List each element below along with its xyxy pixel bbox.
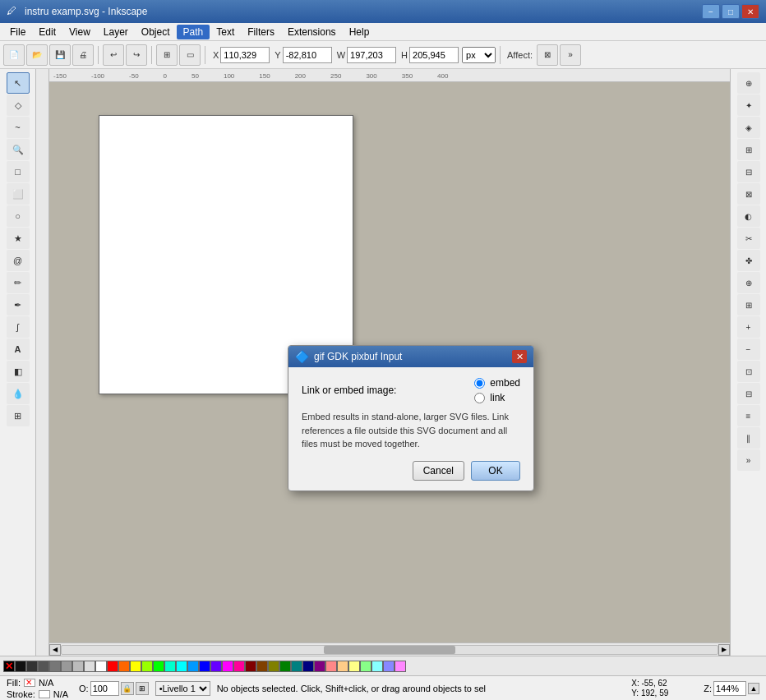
swatch-olive[interactable] (268, 661, 279, 672)
scroll-left-button[interactable]: ◀ (49, 644, 61, 656)
more-button[interactable]: » (560, 44, 581, 66)
right-btn-10[interactable]: ⊕ (737, 272, 760, 293)
swatch-red[interactable] (107, 661, 118, 672)
menu-view[interactable]: View (62, 25, 97, 39)
tool-rect[interactable]: □ (7, 161, 30, 182)
right-snap-btn-1[interactable]: ⊕ (737, 72, 760, 94)
horizontal-scrollbar[interactable]: ◀ ▶ (49, 642, 730, 656)
swatch-peach[interactable] (337, 661, 348, 672)
right-btn-17[interactable]: ∥ (737, 427, 760, 449)
swatch-navy[interactable] (302, 661, 314, 672)
zoom-fit-button[interactable]: ⊞ (156, 44, 178, 66)
right-snap-btn-6[interactable]: ⊠ (737, 183, 760, 205)
h-input[interactable] (409, 47, 459, 63)
right-btn-15[interactable]: ⊟ (737, 383, 760, 404)
swatch-violet[interactable] (210, 661, 222, 672)
swatch-cyan[interactable] (176, 661, 187, 672)
swatch-light-yellow[interactable] (348, 661, 360, 672)
swatch-orange[interactable] (118, 661, 130, 672)
swatch-magenta[interactable] (222, 661, 233, 672)
tool-zoom[interactable]: 🔍 (7, 139, 30, 160)
swatch-light-red[interactable] (325, 661, 337, 672)
swatch-pink[interactable] (233, 661, 245, 672)
swatch-silver[interactable] (72, 661, 84, 672)
redo-button[interactable]: ↪ (126, 44, 147, 66)
save-button[interactable]: 💾 (49, 44, 71, 66)
open-button[interactable]: 📂 (26, 44, 48, 66)
swatch-cyan-green[interactable] (164, 661, 176, 672)
zoom-up-button[interactable]: ▲ (748, 683, 759, 694)
swatch-gray1[interactable] (38, 661, 49, 672)
tool-3dbox[interactable]: ⬜ (7, 183, 30, 205)
swatch-gray2[interactable] (49, 661, 61, 672)
menu-layer[interactable]: Layer (97, 25, 135, 39)
menu-help[interactable]: Help (343, 25, 376, 39)
right-snap-btn-5[interactable]: ⊟ (737, 161, 760, 182)
scrollbar-thumb[interactable] (324, 646, 455, 654)
swatch-black[interactable] (15, 661, 26, 672)
swatch-yellow[interactable] (130, 661, 141, 672)
swatch-green[interactable] (153, 661, 164, 672)
new-button[interactable]: 📄 (3, 44, 25, 66)
stroke-swatch[interactable] (39, 690, 50, 698)
unit-select[interactable]: pxmmin (462, 47, 496, 63)
right-snap-btn-2[interactable]: ✦ (737, 94, 760, 116)
right-btn-9[interactable]: ✤ (737, 250, 760, 271)
tool-node[interactable]: ◇ (7, 94, 30, 116)
zoom-page-button[interactable]: ▭ (179, 44, 201, 66)
opacity-input[interactable] (90, 681, 119, 696)
menu-path[interactable]: Path (177, 25, 210, 39)
swatch-yellow-green[interactable] (141, 661, 153, 672)
zoom-input[interactable] (713, 681, 746, 696)
tool-spiral[interactable]: @ (7, 250, 30, 271)
menu-object[interactable]: Object (135, 25, 177, 39)
swatch-gray3[interactable] (61, 661, 72, 672)
tool-calligraphy[interactable]: ∫ (7, 316, 30, 338)
snap-toggle[interactable]: ⊞ (136, 682, 149, 695)
layer-select[interactable]: •Livello 1 (155, 681, 210, 696)
fill-swatch[interactable]: ✕ (24, 679, 35, 687)
menu-filters[interactable]: Filters (241, 25, 281, 39)
right-btn-8[interactable]: ✂ (737, 228, 760, 249)
swatch-dark-green[interactable] (279, 661, 291, 672)
swatch-sky-blue[interactable] (187, 661, 199, 672)
swatch-light-magenta[interactable] (395, 661, 406, 672)
embed-option[interactable]: embed (474, 377, 520, 389)
swatch-brown[interactable] (256, 661, 268, 672)
scroll-right-button[interactable]: ▶ (718, 644, 730, 656)
right-btn-14[interactable]: ⊡ (737, 361, 760, 382)
close-button[interactable]: ✕ (741, 4, 759, 19)
tool-tweak[interactable]: ~ (7, 117, 30, 138)
color-none[interactable]: ✕ (3, 661, 15, 672)
swatch-light-green[interactable] (360, 661, 371, 672)
w-input[interactable] (347, 47, 396, 63)
scrollbar-track[interactable] (61, 645, 718, 655)
affect-button[interactable]: ⊠ (537, 44, 558, 66)
y-input[interactable] (283, 47, 332, 63)
tool-dropper[interactable]: 💧 (7, 383, 30, 404)
right-snap-btn-3[interactable]: ◈ (737, 117, 760, 138)
ok-button[interactable]: OK (471, 461, 520, 481)
menu-file[interactable]: File (3, 25, 32, 39)
swatch-blue[interactable] (199, 661, 210, 672)
link-option[interactable]: link (474, 392, 520, 403)
tool-gradient[interactable]: ◧ (7, 361, 30, 382)
tool-pen[interactable]: ✒ (7, 294, 30, 315)
swatch-lightgray[interactable] (84, 661, 95, 672)
right-btn-16[interactable]: ≡ (737, 405, 760, 426)
tool-star[interactable]: ★ (7, 228, 30, 249)
right-btn-7[interactable]: ◐ (737, 205, 760, 227)
menu-text[interactable]: Text (210, 25, 241, 39)
embed-radio[interactable] (474, 378, 485, 389)
menu-edit[interactable]: Edit (32, 25, 62, 39)
snap-expand-button[interactable]: » (737, 449, 760, 471)
undo-button[interactable]: ↩ (103, 44, 124, 66)
tool-select[interactable]: ↖ (7, 72, 30, 94)
swatch-teal[interactable] (291, 661, 302, 672)
tool-connector[interactable]: ⊞ (7, 405, 30, 426)
swatch-light-blue[interactable] (383, 661, 395, 672)
tool-text[interactable]: A (7, 338, 30, 360)
right-snap-btn-4[interactable]: ⊞ (737, 139, 760, 160)
right-btn-13[interactable]: − (737, 338, 760, 360)
tool-ellipse[interactable]: ○ (7, 205, 30, 227)
